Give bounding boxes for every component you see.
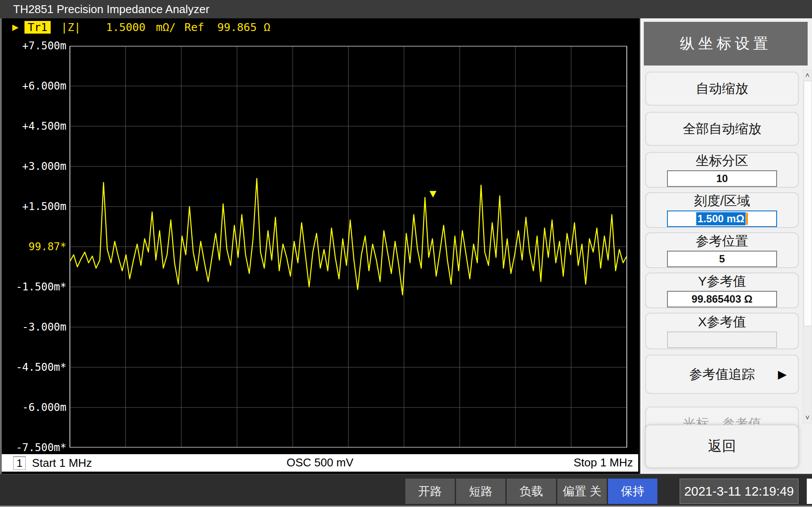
y-axis-tick: +1.500m [2,200,66,213]
scrollbar-thumb[interactable] [804,81,812,326]
divisions-input[interactable]: 10 [667,170,777,187]
y-axis-tick: -1.500m* [2,281,66,293]
y-axis-tick: +6.000m [2,80,66,92]
arrow-right-icon: ▶ [778,368,787,381]
trace-header: ▶ Tr1 |Z| 1.5000 mΩ/ Ref 99.865 Ω [12,20,270,34]
trace-name-badge[interactable]: Tr1 [24,21,50,34]
osc-level-label: OSC 500 mV [2,456,638,469]
x-ref-group: X参考值 [645,313,799,349]
scale-per-div-input[interactable]: 1.500 mΩ [667,210,777,227]
ref-tracking-button[interactable]: 参考值追踪 ▶ [645,355,799,394]
auto-scale-all-button[interactable]: 全部自动缩放 [645,112,799,146]
y-axis-tick: +4.500m [2,120,66,132]
trace-scale-unit: mΩ/ [156,21,176,34]
y-axis-tick: -7.500m* [2,441,66,454]
trace-ref-unit: Ω [264,21,270,34]
trace-marker-icon [429,191,436,197]
x-ref-label: X参考值 [698,314,746,330]
y-ref-input[interactable]: 99.865403 Ω [667,291,777,307]
edge-handle[interactable] [807,479,812,504]
divisions-label: 坐标分区 [696,153,748,169]
y-ref-group: Y参考值 99.865403 Ω [645,272,799,308]
ref-position-group: 参考位置 5 [645,232,799,268]
ref-position-label: 参考位置 [696,233,748,249]
y-axis-tick: +3.000m [2,160,66,172]
hold-button[interactable]: 保持 [608,479,657,504]
sweep-info-bar: 1 Start 1 MHz OSC 500 mV Stop 1 MHz [2,454,638,472]
y-axis-tick: -6.000m [2,401,66,414]
ref-tracking-label: 参考值追踪 [689,366,755,383]
y-axis-settings-panel: 纵坐标设置 自动缩放 全部自动缩放 坐标分区 10 刻度/区域 1.500 mΩ… [640,18,812,474]
status-bar: 开路 短路 负载 偏置 关 保持 2021-3-11 12:19:49 [0,474,812,507]
text-caret [746,213,748,225]
trace-pointer-icon: ▶ [12,21,18,33]
trace-ref-label: Ref [184,21,204,34]
trace-scale-value: 1.5000 [106,21,145,34]
ref-position-input[interactable]: 5 [667,251,777,267]
sweep-stop-label: Stop 1 MHz [574,456,633,469]
y-axis-ref-tick: 99.87* [2,241,66,253]
y-axis-tick: -4.500m* [2,361,66,373]
scroll-down-icon[interactable]: ˅ [803,414,812,422]
window-title: TH2851 Precision Impedance Analyzer [0,0,812,18]
trace-ref-value: 99.865 [217,21,256,34]
divisions-group: 坐标分区 10 [645,152,799,188]
short-correction-button[interactable]: 短路 [456,479,505,504]
y-ref-label: Y参考值 [698,273,746,289]
scale-per-div-group: 刻度/区域 1.500 mΩ [645,192,799,228]
panel-scrollbar[interactable]: ˄ ˅ [803,70,812,424]
plot-area [69,46,628,448]
back-button[interactable]: 返回 [645,424,799,468]
load-correction-button[interactable]: 负载 [507,479,556,504]
y-axis-tick: -3.000m [2,321,66,333]
bias-status-button[interactable]: 偏置 关 [557,479,607,504]
open-correction-button[interactable]: 开路 [405,479,455,504]
panel-title: 纵坐标设置 [644,22,808,66]
selected-text: 1.500 mΩ [696,212,746,225]
trace-parameter: |Z| [61,21,81,34]
auto-scale-button[interactable]: 自动缩放 [645,72,799,106]
x-ref-input [667,331,777,348]
y-axis-tick: +7.500m [2,40,66,52]
scroll-up-icon[interactable]: ˄ [803,71,812,80]
datetime-display: 2021-3-11 12:19:49 [680,479,798,504]
scale-per-div-label: 刻度/区域 [694,193,750,209]
graph-region: ▶ Tr1 |Z| 1.5000 mΩ/ Ref 99.865 Ω +7.500… [0,18,639,474]
